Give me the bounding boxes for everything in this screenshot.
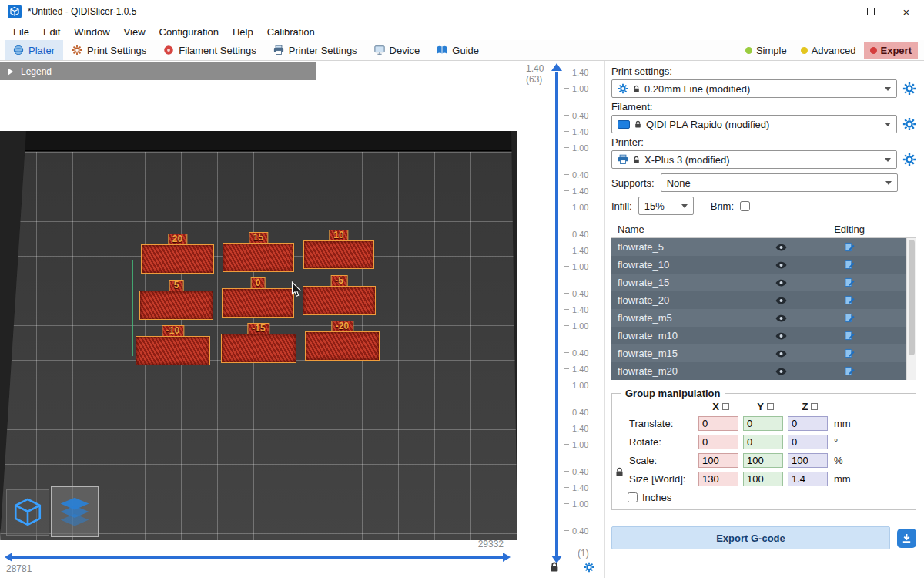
- object-row[interactable]: flowrate_15: [611, 274, 906, 291]
- layer-tick[interactable]: 0.40: [564, 226, 588, 242]
- menu-item[interactable]: File: [6, 25, 36, 39]
- layer-slider-up-arrow-icon[interactable]: [551, 63, 562, 71]
- z-value-input[interactable]: [788, 472, 828, 486]
- scrollbar-thumb[interactable]: [909, 240, 915, 355]
- minimize-button[interactable]: [818, 0, 853, 23]
- printer-edit-button[interactable]: [902, 153, 916, 166]
- object-row[interactable]: flowrate_10: [611, 256, 906, 274]
- edit-object-settings-icon[interactable]: [792, 277, 906, 287]
- print-settings-edit-button[interactable]: [902, 82, 916, 96]
- supports-combo[interactable]: None: [661, 173, 898, 192]
- flowrate-test-object[interactable]: 0: [222, 288, 294, 318]
- layer-tick[interactable]: 0.40: [564, 463, 588, 479]
- y-value-input[interactable]: [743, 416, 783, 431]
- visibility-eye-icon[interactable]: [769, 261, 792, 269]
- layer-tick[interactable]: 0.40: [564, 166, 588, 183]
- layer-tick[interactable]: 0.40: [564, 344, 588, 361]
- object-list-scrollbar[interactable]: [906, 238, 916, 380]
- x-axis-frame-icon[interactable]: [722, 403, 729, 410]
- edit-object-settings-icon[interactable]: [792, 242, 906, 252]
- edit-object-settings-icon[interactable]: [792, 366, 906, 376]
- layer-slider-track[interactable]: [555, 72, 558, 556]
- layer-tick[interactable]: 0.40: [564, 523, 588, 539]
- z-axis-frame-icon[interactable]: [811, 403, 818, 410]
- z-value-input[interactable]: [788, 416, 828, 431]
- close-button[interactable]: ×: [889, 0, 924, 23]
- edit-object-settings-icon[interactable]: [792, 313, 906, 323]
- layers-view-button[interactable]: [51, 486, 99, 537]
- menu-item[interactable]: Help: [226, 25, 260, 39]
- edit-object-settings-icon[interactable]: [792, 348, 906, 358]
- maximize-button[interactable]: [853, 0, 889, 23]
- filament-combo[interactable]: QIDI PLA Rapido (modified): [611, 115, 897, 133]
- flowrate-test-object[interactable]: -5: [303, 286, 376, 315]
- tab-device[interactable]: Device: [366, 40, 429, 60]
- tab-printer-settings[interactable]: Printer Settings: [265, 40, 366, 60]
- layer-slider-lock-icon[interactable]: [550, 562, 559, 573]
- layer-tick[interactable]: 0.40: [564, 404, 588, 420]
- layer-tick[interactable]: 1.40: [564, 64, 588, 80]
- visibility-eye-icon[interactable]: [769, 314, 792, 322]
- inches-checkbox[interactable]: [628, 492, 638, 502]
- uniform-scale-lock-icon[interactable]: [615, 467, 624, 477]
- filament-edit-button[interactable]: [902, 117, 916, 131]
- printer-combo[interactable]: X-Plus 3 (modified): [611, 150, 897, 169]
- layer-tick[interactable]: 1.40: [564, 420, 588, 436]
- layer-tick[interactable]: 1.00: [564, 377, 588, 393]
- 3d-viewport[interactable]: Legend 20 15 10: [0, 61, 517, 578]
- x-value-input[interactable]: [698, 435, 738, 449]
- y-value-input[interactable]: [743, 435, 783, 449]
- object-row[interactable]: flowrate_20: [611, 291, 906, 309]
- mode-expert[interactable]: Expert: [864, 42, 918, 59]
- layer-tick[interactable]: 1.40: [564, 183, 588, 199]
- layer-tick[interactable]: 1.00: [564, 139, 588, 156]
- menu-item[interactable]: Edit: [36, 25, 67, 39]
- flowrate-test-object[interactable]: 15: [223, 243, 294, 272]
- legend-bar[interactable]: Legend: [0, 62, 316, 80]
- move-slider-right-arrow-icon[interactable]: [503, 553, 511, 562]
- object-row[interactable]: flowrate_m10: [611, 327, 906, 344]
- layer-tick[interactable]: 1.00: [564, 199, 588, 215]
- edit-object-settings-icon[interactable]: [792, 331, 906, 341]
- layer-tick[interactable]: 1.40: [564, 242, 588, 258]
- mode-simple[interactable]: Simple: [739, 42, 793, 59]
- move-slider-left-arrow-icon[interactable]: [5, 553, 12, 562]
- object-row[interactable]: flowrate_5: [611, 238, 906, 256]
- tab-filament-settings[interactable]: Filament Settings: [155, 40, 264, 60]
- layer-tick[interactable]: 1.00: [564, 258, 588, 274]
- object-row[interactable]: flowrate_m15: [611, 344, 906, 362]
- layer-tick[interactable]: 1.00: [564, 80, 588, 96]
- menu-item[interactable]: View: [117, 25, 152, 39]
- menu-item[interactable]: Configuration: [152, 25, 226, 39]
- layer-tick[interactable]: 1.40: [564, 361, 588, 377]
- flowrate-test-object[interactable]: -15: [221, 334, 296, 363]
- flowrate-test-object[interactable]: 20: [141, 244, 214, 274]
- edit-object-settings-icon[interactable]: [792, 260, 906, 270]
- flowrate-test-object[interactable]: -20: [305, 331, 380, 361]
- edit-object-settings-icon[interactable]: [792, 295, 906, 305]
- x-value-input[interactable]: [698, 453, 738, 468]
- tab-guide[interactable]: Guide: [428, 40, 487, 60]
- menu-item[interactable]: Calibration: [260, 25, 322, 39]
- layer-tick[interactable]: 1.40: [564, 301, 588, 318]
- layer-tick[interactable]: 0.40: [564, 107, 588, 123]
- layer-tick[interactable]: 1.00: [564, 496, 588, 512]
- x-value-input[interactable]: [698, 472, 738, 486]
- visibility-eye-icon[interactable]: [769, 332, 792, 340]
- export-gcode-button[interactable]: Export G-code: [611, 526, 890, 549]
- visibility-eye-icon[interactable]: [769, 279, 792, 287]
- y-value-input[interactable]: [743, 472, 783, 486]
- layer-tick[interactable]: 1.40: [564, 123, 588, 139]
- export-to-device-icon[interactable]: [897, 529, 916, 548]
- x-value-input[interactable]: [698, 416, 738, 431]
- menu-item[interactable]: Window: [67, 25, 116, 39]
- y-value-input[interactable]: [743, 453, 783, 468]
- z-value-input[interactable]: [788, 435, 828, 449]
- object-row[interactable]: flowrate_m5: [611, 309, 906, 327]
- 3d-view-button[interactable]: [6, 489, 49, 536]
- mode-advanced[interactable]: Advanced: [795, 42, 862, 59]
- move-slider-track[interactable]: [12, 556, 503, 559]
- flowrate-test-object[interactable]: -10: [136, 336, 210, 365]
- visibility-eye-icon[interactable]: [769, 350, 792, 358]
- visibility-eye-icon[interactable]: [769, 244, 792, 251]
